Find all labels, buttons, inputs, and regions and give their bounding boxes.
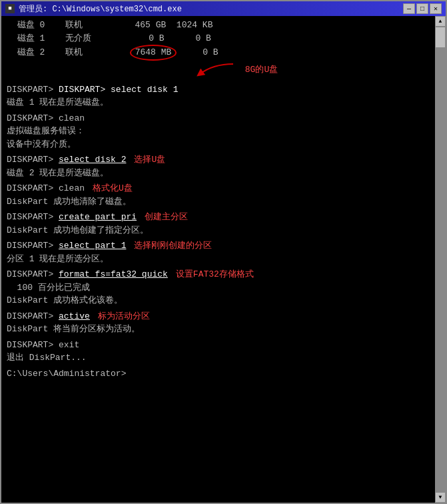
cmd-format-line: DISKPART> format fs=fat32 quick 设置FAT32存… bbox=[7, 268, 440, 281]
cmd-select-disk2-line: DISKPART> select disk 2 选择U盘 bbox=[7, 153, 440, 167]
title-buttons: — □ ✕ bbox=[403, 3, 442, 14]
minimize-button[interactable]: — bbox=[403, 3, 415, 14]
result-exit: 退出 DiskPart... bbox=[7, 351, 87, 365]
diskpart-prompt-7: DISKPART> bbox=[7, 268, 59, 281]
cmd-window: ■ 管理员: C:\Windows\system32\cmd.exe — □ ✕… bbox=[0, 0, 447, 504]
select-disk1-cmd: DISKPART> select disk 1 bbox=[59, 83, 178, 97]
result-format1-line: 100 百分比已完成 bbox=[7, 281, 440, 295]
diskpart-prompt-3: DISKPART> bbox=[7, 153, 59, 167]
result-select-part: 分区 1 现在是所选分区。 bbox=[7, 253, 109, 266]
disk-row-0: 磁盘 0 联机 465 GB 1024 KB bbox=[7, 19, 440, 32]
result-clean-err2: 设备中没有介质。 bbox=[7, 138, 76, 151]
result-clean-err1: 虚拟磁盘服务错误： bbox=[7, 125, 85, 138]
window-title: 管理员: C:\Windows\system32\cmd.exe bbox=[19, 3, 182, 15]
cmd-create-line: DISKPART> create part pri 创建主分区 bbox=[7, 211, 440, 224]
scrollbar[interactable]: ▲ ▼ bbox=[435, 16, 446, 503]
diskpart-prompt-9: DISKPART> exit bbox=[7, 339, 79, 352]
result-format2-line: DiskPart 成功格式化该卷。 bbox=[7, 294, 440, 307]
cmd-select-disk1-line: DISKPART> DISKPART> select disk 1 bbox=[7, 83, 440, 97]
annotation-active: 标为活动分区 bbox=[98, 310, 150, 323]
result-create-line: DiskPart 成功地创建了指定分区。 bbox=[7, 224, 440, 237]
disk1-col1: 磁盘 1 无介质 0 B 0 B bbox=[7, 32, 211, 45]
scroll-up-button[interactable]: ▲ bbox=[435, 16, 446, 27]
scroll-thumb[interactable] bbox=[436, 27, 445, 47]
cmd-active-line: DISKPART> active 标为活动分区 bbox=[7, 310, 440, 323]
title-bar: ■ 管理员: C:\Windows\system32\cmd.exe — □ ✕ bbox=[1, 1, 446, 16]
result-format1: 100 百分比已完成 bbox=[7, 281, 90, 295]
cmd-icon: ■ bbox=[5, 4, 15, 13]
result-active: DiskPart 将当前分区标为活动。 bbox=[7, 323, 140, 336]
result-clean-err1-line: 虚拟磁盘服务错误： bbox=[7, 125, 440, 138]
select-disk2-cmd: select disk 2 bbox=[59, 153, 126, 167]
select-part-cmd: select part 1 bbox=[59, 239, 126, 253]
create-cmd: create part pri bbox=[59, 211, 137, 224]
result-clean-err2-line: 设备中没有介质。 bbox=[7, 138, 440, 151]
annotation-select-part: 选择刚刚创建的分区 bbox=[134, 239, 212, 253]
diskpart-prompt-1: DISKPART> bbox=[7, 83, 59, 97]
result-select2-line: 磁盘 2 现在是所选磁盘。 bbox=[7, 167, 440, 180]
result-select1: 磁盘 1 现在是所选磁盘。 bbox=[7, 96, 109, 109]
diskpart-prompt-8: DISKPART> bbox=[7, 310, 59, 323]
annotation-create: 创建主分区 bbox=[145, 211, 188, 224]
disk2-pre: 磁盘 2 联机 bbox=[7, 46, 130, 59]
final-prompt-line: C:\Users\Administrator> bbox=[7, 367, 440, 381]
arrow-8g: 8G的U盘 bbox=[187, 61, 278, 79]
close-button[interactable]: ✕ bbox=[430, 3, 442, 14]
arrow-section: 8G的U盘 bbox=[7, 61, 440, 81]
annotation-fat32: 设置FAT32存储格式 bbox=[176, 268, 254, 281]
active-cmd: active bbox=[59, 310, 90, 323]
cmd-body: 磁盘 0 联机 465 GB 1024 KB 磁盘 1 无介质 0 B 0 B … bbox=[1, 16, 446, 503]
disk0-col1: 磁盘 0 联机 465 GB 1024 KB bbox=[7, 19, 213, 32]
scroll-track[interactable] bbox=[435, 27, 446, 492]
scroll-down-button[interactable]: ▼ bbox=[435, 492, 446, 503]
disk-row-1: 磁盘 1 无介质 0 B 0 B bbox=[7, 32, 440, 45]
result-create: DiskPart 成功地创建了指定分区。 bbox=[7, 224, 149, 237]
diskpart-prompt-2: DISKPART> clean bbox=[7, 112, 85, 125]
disk-row-2: 磁盘 2 联机 7648 MB 0 B bbox=[7, 45, 440, 61]
format-cmd: format fs=fat32 quick bbox=[59, 268, 168, 281]
disk2-post: 0 B bbox=[177, 46, 218, 59]
result-format2: DiskPart 成功格式化该卷。 bbox=[7, 294, 123, 307]
result-exit-line: 退出 DiskPart... bbox=[7, 351, 440, 365]
diskpart-prompt-5: DISKPART> bbox=[7, 211, 59, 224]
result-clean2-line: DiskPart 成功地清除了磁盘。 bbox=[7, 195, 440, 209]
cmd-exit-line: DISKPART> exit bbox=[7, 339, 440, 352]
cmd-clean2-line: DISKPART> clean 格式化U盘 bbox=[7, 182, 440, 195]
result-select2: 磁盘 2 现在是所选磁盘。 bbox=[7, 167, 109, 180]
final-prompt: C:\Users\Administrator> bbox=[7, 367, 126, 381]
diskpart-prompt-6: DISKPART> bbox=[7, 239, 59, 253]
diskpart-prompt-4: DISKPART> clean bbox=[7, 182, 85, 195]
result-select1-line: 磁盘 1 现在是所选磁盘。 bbox=[7, 96, 440, 109]
annotation-select: 选择U盘 bbox=[134, 153, 165, 167]
title-bar-left: ■ 管理员: C:\Windows\system32\cmd.exe bbox=[5, 3, 182, 15]
result-select-part-line: 分区 1 现在是所选分区。 bbox=[7, 253, 440, 266]
cmd-clean1-line: DISKPART> clean bbox=[7, 112, 440, 125]
disk2-size-highlight: 7648 MB bbox=[130, 45, 177, 61]
cmd-select-part-line: DISKPART> select part 1 选择刚刚创建的分区 bbox=[7, 239, 440, 253]
maximize-button[interactable]: □ bbox=[416, 3, 428, 14]
annotation-format: 格式化U盘 bbox=[93, 182, 133, 195]
annotation-8g: 8G的U盘 bbox=[245, 65, 278, 75]
result-active-line: DiskPart 将当前分区标为活动。 bbox=[7, 323, 440, 336]
result-clean2: DiskPart 成功地清除了磁盘。 bbox=[7, 195, 131, 209]
